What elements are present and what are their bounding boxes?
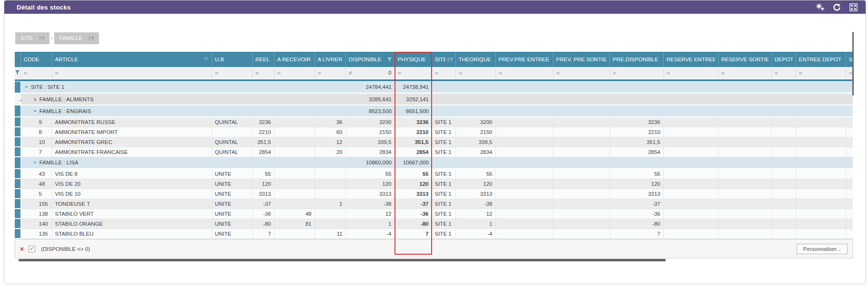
column-header-physique[interactable]: PHYSIQUE	[395, 52, 432, 67]
filter-cell-prev_pre_entree[interactable]: =	[495, 67, 553, 79]
cell-sortie_depot	[846, 169, 853, 179]
filter-funnel-icon[interactable]	[15, 67, 20, 79]
group-row[interactable]: ›FAMILLE : ENGRAIS8523,5008651,500	[15, 105, 853, 117]
vertical-scrollbar-thumb[interactable]	[852, 32, 854, 96]
column-header-a_recevoir[interactable]: A RECEVOIR	[274, 52, 315, 67]
cell-entree_depot	[796, 169, 846, 179]
filter-operator[interactable]: =	[256, 69, 259, 77]
cell-pre_disponible: 3236	[610, 117, 663, 127]
customize-button[interactable]: Personnaliser...	[797, 244, 848, 254]
filter-cell-ub[interactable]: =	[212, 67, 252, 79]
filter-operator[interactable]: =	[849, 69, 853, 77]
remove-filter-button[interactable]: ×	[20, 246, 24, 252]
column-header-label: ENTREE DEPOT	[799, 57, 841, 62]
filter-cell-reserve_entree[interactable]: =	[663, 67, 718, 79]
filter-cell-a_livrer[interactable]: =	[315, 67, 345, 79]
filter-cell-entree_depot[interactable]: =	[796, 67, 846, 79]
group-row[interactable]: ›SITE : SITE 124784,44124738,941	[15, 81, 853, 93]
table-row[interactable]: 48VIS DE 20UNITE120120120SITE 1120120	[15, 179, 853, 189]
table-row[interactable]: 155TONDEUSE TUNITE-371-38-37SITE 1-38-37	[15, 199, 853, 209]
filter-operator[interactable]: =	[499, 69, 503, 77]
group-row[interactable]: ›FAMILLE : LISA10860,00010667,000	[15, 157, 853, 169]
filter-cell-theorique[interactable]: =	[455, 67, 495, 79]
group-chip-famille[interactable]: FAMILLE	[54, 32, 99, 44]
cell-pre_disponible: 2854	[610, 147, 663, 157]
filter-cell-sortie_depot[interactable]: =	[846, 67, 853, 79]
collapse-icon[interactable]: ›	[24, 86, 29, 88]
table-row[interactable]: 138STABILO VERTUNITE-364812-36SITE 112-3…	[15, 209, 853, 219]
group-total-disponible: 24784,441	[345, 81, 395, 93]
filter-cell-a_recevoir[interactable]: =	[274, 67, 315, 79]
filter-operator[interactable]: =	[398, 69, 402, 77]
filter-operator[interactable]: =	[721, 69, 725, 77]
column-header-depot[interactable]: DEPOT	[771, 52, 796, 67]
column-header-entree_depot[interactable]: ENTREE DEPOT	[796, 52, 846, 67]
collapse-icon[interactable]: ›	[33, 162, 38, 163]
collapse-icon[interactable]: ›	[33, 110, 38, 112]
filter-cell-pre_disponible[interactable]: =	[610, 67, 663, 79]
cell-theorique: -38	[455, 199, 495, 209]
horizontal-scrollbar-thumb[interactable]	[19, 259, 666, 261]
table-row[interactable]: 140STABILO ORANGEUNITE-80811-80SITE 11-8…	[15, 219, 853, 229]
column-header-disponible[interactable]: DISPONIBLE	[345, 52, 395, 67]
cell-code: 48	[20, 179, 52, 189]
filter-operator[interactable]: =	[55, 69, 59, 77]
table-row[interactable]: 7AMMONITRATE FRANCAISEQUINTAL28542028342…	[15, 147, 853, 157]
filter-cell-depot[interactable]: =	[771, 67, 796, 79]
column-header-a_livrer[interactable]: A LIVRER	[315, 52, 345, 67]
column-header-prev_pre_sortie[interactable]: PREV. PRE SORTIE	[553, 52, 610, 67]
group-label-text: SITE : SITE 1	[31, 84, 64, 90]
expand-icon[interactable]: ›	[34, 97, 36, 102]
filter-operator[interactable]: =	[435, 69, 439, 77]
filter-cell-prev_pre_sortie[interactable]: =	[553, 67, 610, 79]
filter-cell-site[interactable]: =	[432, 67, 455, 79]
filter-operator[interactable]: =	[459, 69, 463, 77]
table-row[interactable]: 10AMMONITRATE GRECQUINTAL351,512339,5351…	[15, 137, 853, 147]
sort-icon[interactable]	[445, 57, 453, 62]
table-row[interactable]: 8AMMONITRATE IMPORT22106021502210SITE 12…	[15, 127, 853, 137]
fullscreen-icon[interactable]	[848, 3, 858, 11]
filter-operator[interactable]: =	[318, 69, 322, 77]
column-header-reserve_sortie[interactable]: RESERVE SORTIE	[718, 52, 771, 67]
cell-disponible: 120	[345, 179, 395, 189]
active-filter-icon[interactable]	[385, 57, 392, 62]
table-row[interactable]: 9AMMONITRATE RUSSEQUINTAL32363632003236S…	[15, 117, 853, 127]
group-row[interactable]: →›FAMILLE : ALIMENTS3285,6413292,141	[15, 93, 853, 105]
filter-cell-disponible[interactable]: ≠0	[345, 67, 395, 79]
column-header-code[interactable]: CODE	[20, 52, 52, 67]
filter-operator[interactable]: =	[667, 69, 671, 77]
filter-operator[interactable]: =	[799, 69, 803, 77]
column-header-site[interactable]: SITE	[432, 52, 455, 67]
table-row[interactable]: 135STABILO BLEUUNITE711-47SITE 1-47	[15, 229, 853, 239]
column-header-prev_pre_entree[interactable]: PREV.PRE ENTREE	[495, 52, 553, 67]
filter-operator[interactable]: =	[613, 69, 617, 77]
filter-operator[interactable]: ≠	[349, 69, 352, 77]
column-header-reserve_entree[interactable]: RESERVE ENTREE	[663, 52, 718, 67]
column-header-sortie_depot[interactable]: SORTIE DEPOT	[846, 52, 853, 67]
filter-operator[interactable]: =	[775, 69, 779, 77]
filter-cell-physique[interactable]: =	[395, 67, 432, 79]
filter-cell-article[interactable]: =	[52, 67, 212, 79]
settings-gears-icon[interactable]	[815, 3, 825, 11]
cell-sortie_depot	[846, 219, 853, 229]
table-row[interactable]: 5VIS DE 10UNITE331333133313SITE 13313331…	[15, 189, 853, 199]
column-header-article[interactable]: ARTICLE	[52, 52, 212, 67]
filter-icon[interactable]	[202, 57, 209, 61]
filter-cell-code[interactable]: =	[20, 67, 52, 79]
column-header-theorique[interactable]: THEORIQUE	[455, 52, 495, 67]
filter-operator[interactable]: =	[556, 69, 560, 77]
filter-cell-reserve_sortie[interactable]: =	[718, 67, 771, 79]
refresh-icon[interactable]	[832, 3, 841, 11]
column-header-reel[interactable]: REEL	[252, 52, 274, 67]
column-header-pre_disponible[interactable]: PRE.DISPONIBLE	[610, 52, 663, 67]
cell-prev_pre_entree	[495, 179, 553, 189]
filter-cell-reel[interactable]: =	[252, 67, 274, 79]
filter-operator[interactable]: =	[277, 69, 281, 77]
column-header-ub[interactable]: U.B	[212, 52, 252, 67]
filter-enabled-checkbox[interactable]: ✓	[29, 246, 35, 252]
table-row[interactable]: 43VIS DE 8UNITE555555SITE 15555	[15, 169, 853, 179]
row-indicator-header[interactable]	[15, 52, 20, 67]
filter-operator[interactable]: =	[24, 69, 28, 77]
group-chip-site[interactable]: SITE	[15, 32, 49, 44]
filter-operator[interactable]: =	[215, 69, 219, 77]
